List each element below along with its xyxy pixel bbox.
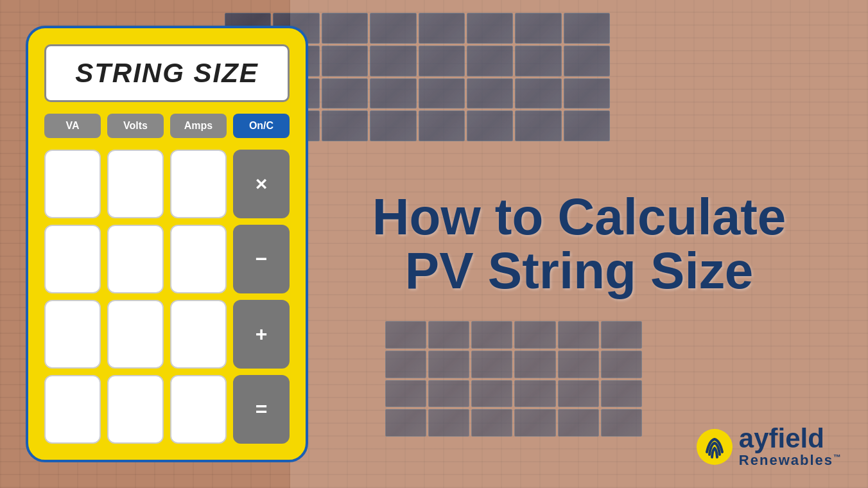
logo-name: ayfield xyxy=(739,425,842,452)
num-key-6[interactable] xyxy=(170,225,227,293)
hero-content: How to Calculate PV String Size xyxy=(316,190,842,298)
calculator: STRING SIZE VA Volts Amps On/C × − + xyxy=(26,26,308,462)
num-key-5[interactable] xyxy=(107,225,164,293)
display-text: STRING SIZE xyxy=(75,58,259,88)
multiply-button[interactable]: × xyxy=(233,150,290,218)
calculator-keypad: × − + = xyxy=(44,150,290,444)
onc-button[interactable]: On/C xyxy=(233,114,290,138)
logo-name-text: ayfield xyxy=(739,423,824,453)
va-button[interactable]: VA xyxy=(44,114,101,138)
logo-text: ayfield Renewables™ xyxy=(739,425,842,469)
num-key-1[interactable] xyxy=(44,150,101,218)
minus-button[interactable]: − xyxy=(233,225,290,293)
num-key-3[interactable] xyxy=(170,150,227,218)
num-key-8[interactable] xyxy=(107,300,164,369)
num-key-12[interactable] xyxy=(170,375,227,444)
num-key-11[interactable] xyxy=(107,375,164,444)
num-key-9[interactable] xyxy=(170,300,227,369)
num-key-7[interactable] xyxy=(44,300,101,369)
logo-sub: Renewables™ xyxy=(739,452,842,469)
equals-button[interactable]: = xyxy=(233,375,290,444)
num-key-2[interactable] xyxy=(107,150,164,218)
title-line-1: How to Calculate xyxy=(316,190,842,244)
plus-button[interactable]: + xyxy=(233,300,290,369)
mayfield-logo-icon xyxy=(695,428,734,466)
num-key-10[interactable] xyxy=(44,375,101,444)
num-key-4[interactable] xyxy=(44,225,101,293)
calculator-display: STRING SIZE xyxy=(44,44,290,102)
function-buttons-row: VA Volts Amps On/C xyxy=(44,114,290,138)
title-line-2: PV String Size xyxy=(316,244,842,298)
logo-area: ayfield Renewables™ xyxy=(695,425,842,469)
scene: STRING SIZE VA Volts Amps On/C × − + xyxy=(0,0,868,488)
amps-button[interactable]: Amps xyxy=(170,114,227,138)
volts-button[interactable]: Volts xyxy=(107,114,164,138)
main-title: How to Calculate PV String Size xyxy=(316,190,842,298)
